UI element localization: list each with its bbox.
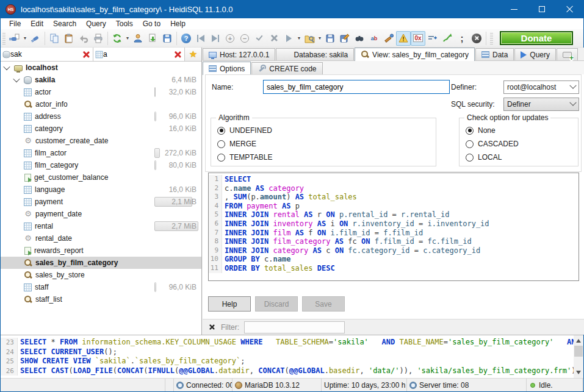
menu-tools[interactable]: Tools — [111, 19, 138, 29]
save-sql-as-icon[interactable] — [337, 31, 352, 46]
session-manager-dropdown-icon[interactable]: ▾ — [22, 31, 28, 46]
tree-item-sakila[interactable]: sakila6,4 MiB — [1, 74, 201, 86]
tree-item-actor[interactable]: actor32,0 KiB — [1, 86, 201, 98]
refresh-icon[interactable] — [110, 31, 124, 46]
chevron-expanded-icon[interactable] — [3, 63, 10, 70]
menu-edit[interactable]: Edit — [26, 19, 48, 29]
radio-local[interactable]: LOCAL — [466, 153, 502, 162]
tab-host-127-0-0-1[interactable]: Host: 127.0.0.1 — [203, 48, 275, 60]
refresh-dropdown-icon[interactable]: ▾ — [124, 31, 131, 46]
tab-data[interactable]: Data — [475, 48, 514, 60]
favorites-star-button[interactable]: ★ — [185, 48, 201, 61]
reformat-sql-icon[interactable] — [381, 31, 396, 46]
paste-icon[interactable] — [62, 31, 76, 46]
first-row-icon[interactable] — [193, 31, 208, 46]
blob-as-text-icon[interactable]: 0x — [411, 31, 425, 46]
toolbar-grip[interactable] — [490, 32, 493, 45]
new-query-tab-button[interactable] — [557, 48, 578, 60]
disconnect-icon[interactable] — [28, 31, 43, 46]
radio-none[interactable]: None — [466, 126, 496, 135]
subtab-options[interactable]: Options — [203, 62, 251, 75]
radio-checked-icon[interactable] — [466, 127, 474, 135]
tree-item-rental-date[interactable]: rental_date — [1, 232, 201, 244]
load-sql-dropdown-icon[interactable]: ▾ — [317, 31, 323, 46]
bind-params-icon[interactable] — [425, 31, 440, 46]
radio-unchecked-icon[interactable] — [466, 140, 474, 148]
tree-item-localhost[interactable]: localhost — [1, 62, 201, 74]
radio-unchecked-icon[interactable] — [217, 140, 225, 148]
stop-on-errors-icon[interactable] — [396, 31, 411, 46]
close-button[interactable] — [556, 0, 584, 18]
chevron-expanded-icon[interactable] — [13, 76, 20, 82]
toolbar-grip[interactable] — [2, 32, 5, 45]
definer-combobox[interactable]: root@localhost — [503, 80, 579, 94]
tree-item-actor-info[interactable]: actor_info — [1, 98, 201, 110]
execute-query-dropdown-icon[interactable]: ▾ — [296, 31, 302, 46]
insert-row-icon[interactable]: + — [223, 31, 237, 46]
table-filter-input[interactable] — [103, 50, 173, 59]
tree-item-language[interactable]: language16,0 KiB — [1, 184, 201, 196]
radio-undefined[interactable]: UNDEFINED — [217, 126, 272, 135]
tree-item-rewards-report[interactable]: rewards_report — [1, 244, 201, 257]
session-manager-icon[interactable] — [7, 31, 22, 46]
tree-item-get-customer-balance[interactable]: get_customer_balance — [1, 171, 201, 184]
radio-unchecked-icon[interactable] — [217, 154, 225, 162]
tree-item-category[interactable]: category16,0 KiB — [1, 123, 201, 135]
sql-security-dropdown[interactable]: Definer — [503, 98, 579, 111]
tree-item-payment[interactable]: payment2,1 MiB — [1, 196, 201, 208]
tree-item-staff[interactable]: staff96,0 KiB — [1, 281, 201, 293]
close-filter-icon[interactable] — [209, 324, 215, 330]
radio-checked-icon[interactable] — [217, 127, 225, 135]
user-manager-icon[interactable] — [131, 31, 145, 46]
filter-input[interactable] — [244, 321, 345, 333]
sql-log-panel[interactable]: 23SELECT * FROM information_schema.KEY_C… — [1, 335, 583, 378]
discard-changes-icon[interactable] — [267, 31, 281, 46]
view-select-editor[interactable]: 1SELECT2c.name AS category3, SUM(p.amoun… — [208, 173, 579, 281]
replace-icon[interactable]: ab — [367, 31, 381, 46]
execute-query-icon[interactable] — [281, 31, 296, 46]
donate-button[interactable]: Donate — [500, 31, 573, 45]
post-changes-icon[interactable] — [252, 31, 267, 46]
copy-icon[interactable] — [47, 31, 62, 46]
radio-unchecked-icon[interactable] — [466, 154, 474, 162]
tab-database-sakila[interactable]: Database: sakila — [276, 48, 354, 60]
tree-item-payment-date[interactable]: payment_date — [1, 208, 201, 220]
subtab-create-code[interactable]: CREATE code — [251, 62, 322, 74]
scroll-up-icon[interactable] — [576, 339, 581, 343]
table-filter[interactable] — [93, 48, 185, 61]
scroll-down-icon[interactable] — [576, 371, 581, 374]
tree-item-staff-list[interactable]: staff_list — [1, 293, 201, 305]
menu-help[interactable]: Help — [165, 19, 190, 29]
database-filter[interactable] — [1, 48, 93, 61]
menu-file[interactable]: File — [4, 19, 26, 29]
delete-row-icon[interactable]: − — [237, 31, 252, 46]
radio-cascaded[interactable]: CASCADED — [466, 140, 519, 148]
tree-item-sales-by-film-category[interactable]: sales_by_film_category — [1, 257, 201, 269]
save-grid-icon[interactable] — [160, 31, 175, 46]
tab-query[interactable]: Query — [514, 48, 556, 60]
maximize-button[interactable] — [528, 0, 556, 18]
menu-search[interactable]: Search — [48, 19, 81, 29]
undo-icon[interactable] — [76, 31, 91, 46]
database-filter-input[interactable] — [10, 50, 82, 59]
find-icon[interactable] — [352, 31, 367, 46]
help-button[interactable]: Help — [208, 296, 251, 312]
radio-merge[interactable]: MERGE — [217, 140, 256, 148]
load-sql-file-icon[interactable] — [302, 31, 317, 46]
menu-query[interactable]: Query — [81, 19, 111, 29]
tree-item-film-category[interactable]: film_category80,0 KiB — [1, 159, 201, 171]
log-scrollbar[interactable] — [574, 335, 583, 378]
tab-view-sales-by-film-category[interactable]: View: sales_by_film_category — [355, 48, 475, 61]
save-sql-icon[interactable] — [323, 31, 337, 46]
minimize-button[interactable] — [500, 0, 528, 18]
tree-item-sales-by-store[interactable]: sales_by_store — [1, 269, 201, 281]
cancel-operation-icon[interactable] — [469, 31, 484, 46]
reconnect-icon[interactable] — [440, 31, 455, 46]
semicolon-delimiter-icon[interactable]: ; — [455, 31, 469, 46]
radio-temptable[interactable]: TEMPTABLE — [217, 153, 272, 162]
menu-go-to[interactable]: Go to — [138, 19, 165, 29]
export-database-icon[interactable] — [145, 31, 160, 46]
tree-item-rental[interactable]: rental2,7 MiB — [1, 220, 201, 232]
print-icon[interactable] — [91, 31, 106, 46]
tree-item-film-actor[interactable]: film_actor272,0 KiB — [1, 147, 201, 159]
